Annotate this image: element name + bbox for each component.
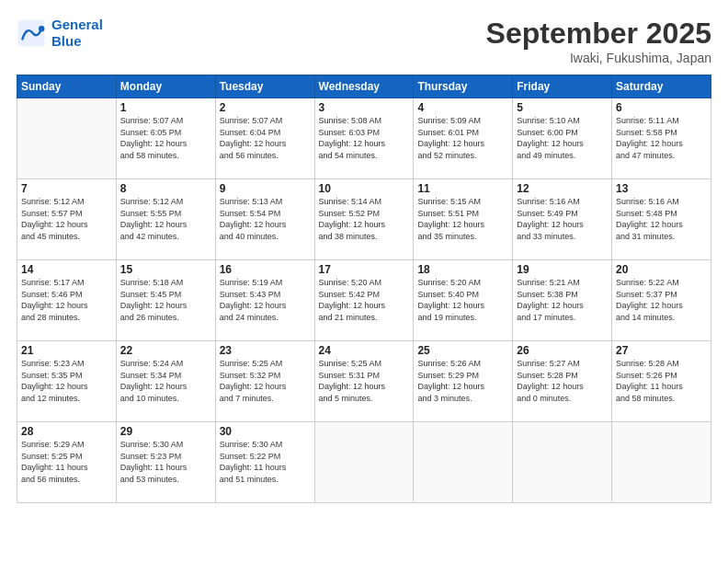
day-number: 2	[220, 101, 311, 114]
day-number: 22	[120, 344, 211, 357]
calendar-cell: 17Sunrise: 5:20 AM Sunset: 5:42 PM Dayli…	[314, 260, 414, 341]
day-info: Sunrise: 5:18 AM Sunset: 5:45 PM Dayligh…	[120, 277, 211, 323]
calendar-cell: 12Sunrise: 5:16 AM Sunset: 5:49 PM Dayli…	[513, 179, 612, 260]
day-number: 23	[220, 344, 311, 357]
week-row-1: 7Sunrise: 5:12 AM Sunset: 5:57 PM Daylig…	[17, 179, 711, 260]
header: General Blue September 2025 Iwaki, Fukus…	[17, 17, 711, 65]
weekday-header-saturday: Saturday	[612, 75, 711, 98]
calendar-cell: 13Sunrise: 5:16 AM Sunset: 5:48 PM Dayli…	[612, 179, 711, 260]
day-number: 8	[120, 182, 211, 195]
calendar-cell: 5Sunrise: 5:10 AM Sunset: 6:00 PM Daylig…	[513, 98, 612, 179]
week-row-3: 21Sunrise: 5:23 AM Sunset: 5:35 PM Dayli…	[17, 341, 711, 422]
day-number: 10	[319, 182, 410, 195]
day-info: Sunrise: 5:23 AM Sunset: 5:35 PM Dayligh…	[21, 358, 112, 404]
day-info: Sunrise: 5:12 AM Sunset: 5:57 PM Dayligh…	[21, 196, 112, 242]
calendar-cell: 7Sunrise: 5:12 AM Sunset: 5:57 PM Daylig…	[17, 179, 117, 260]
weekday-header-thursday: Thursday	[414, 75, 513, 98]
title-block: September 2025 Iwaki, Fukushima, Japan	[486, 17, 711, 65]
week-row-0: 1Sunrise: 5:07 AM Sunset: 6:05 PM Daylig…	[17, 98, 711, 179]
day-number: 24	[319, 344, 410, 357]
day-number: 28	[21, 425, 112, 438]
day-info: Sunrise: 5:19 AM Sunset: 5:43 PM Dayligh…	[220, 277, 311, 323]
calendar-cell: 1Sunrise: 5:07 AM Sunset: 6:05 PM Daylig…	[116, 98, 215, 179]
calendar-cell: 6Sunrise: 5:11 AM Sunset: 5:58 PM Daylig…	[612, 98, 711, 179]
calendar-cell: 18Sunrise: 5:20 AM Sunset: 5:40 PM Dayli…	[414, 260, 513, 341]
calendar-cell: 14Sunrise: 5:17 AM Sunset: 5:46 PM Dayli…	[17, 260, 117, 341]
day-number: 13	[616, 182, 707, 195]
weekday-header-monday: Monday	[116, 75, 215, 98]
day-info: Sunrise: 5:30 AM Sunset: 5:22 PM Dayligh…	[220, 439, 311, 485]
day-info: Sunrise: 5:27 AM Sunset: 5:28 PM Dayligh…	[517, 358, 608, 404]
day-number: 25	[417, 344, 508, 357]
calendar-cell	[513, 422, 612, 503]
day-info: Sunrise: 5:15 AM Sunset: 5:51 PM Dayligh…	[417, 196, 508, 242]
day-info: Sunrise: 5:21 AM Sunset: 5:38 PM Dayligh…	[517, 277, 608, 323]
week-row-2: 14Sunrise: 5:17 AM Sunset: 5:46 PM Dayli…	[17, 260, 711, 341]
weekday-header-friday: Friday	[513, 75, 612, 98]
day-number: 7	[21, 182, 112, 195]
weekday-header-wednesday: Wednesday	[314, 75, 414, 98]
logo-text: General Blue	[51, 17, 103, 50]
calendar-cell: 23Sunrise: 5:25 AM Sunset: 5:32 PM Dayli…	[215, 341, 314, 422]
day-number: 17	[319, 263, 410, 276]
page: General Blue September 2025 Iwaki, Fukus…	[0, 0, 728, 563]
day-number: 14	[21, 263, 112, 276]
svg-point-1	[39, 26, 44, 31]
day-number: 5	[517, 101, 608, 114]
weekday-header-tuesday: Tuesday	[215, 75, 314, 98]
day-number: 16	[220, 263, 311, 276]
calendar-cell: 16Sunrise: 5:19 AM Sunset: 5:43 PM Dayli…	[215, 260, 314, 341]
day-number: 30	[220, 425, 311, 438]
day-info: Sunrise: 5:10 AM Sunset: 6:00 PM Dayligh…	[517, 115, 608, 161]
calendar-cell: 3Sunrise: 5:08 AM Sunset: 6:03 PM Daylig…	[314, 98, 414, 179]
day-number: 26	[517, 344, 608, 357]
calendar-cell: 20Sunrise: 5:22 AM Sunset: 5:37 PM Dayli…	[612, 260, 711, 341]
day-info: Sunrise: 5:25 AM Sunset: 5:31 PM Dayligh…	[319, 358, 410, 404]
day-number: 6	[616, 101, 707, 114]
calendar-cell: 30Sunrise: 5:30 AM Sunset: 5:22 PM Dayli…	[215, 422, 314, 503]
day-number: 11	[417, 182, 508, 195]
day-info: Sunrise: 5:14 AM Sunset: 5:52 PM Dayligh…	[319, 196, 410, 242]
calendar-cell: 24Sunrise: 5:25 AM Sunset: 5:31 PM Dayli…	[314, 341, 414, 422]
calendar-cell: 9Sunrise: 5:13 AM Sunset: 5:54 PM Daylig…	[215, 179, 314, 260]
calendar-cell: 26Sunrise: 5:27 AM Sunset: 5:28 PM Dayli…	[513, 341, 612, 422]
weekday-header-sunday: Sunday	[17, 75, 117, 98]
day-info: Sunrise: 5:22 AM Sunset: 5:37 PM Dayligh…	[616, 277, 707, 323]
calendar-cell: 4Sunrise: 5:09 AM Sunset: 6:01 PM Daylig…	[414, 98, 513, 179]
day-info: Sunrise: 5:26 AM Sunset: 5:29 PM Dayligh…	[417, 358, 508, 404]
calendar-cell: 8Sunrise: 5:12 AM Sunset: 5:55 PM Daylig…	[116, 179, 215, 260]
day-info: Sunrise: 5:07 AM Sunset: 6:05 PM Dayligh…	[120, 115, 211, 161]
calendar-cell: 2Sunrise: 5:07 AM Sunset: 6:04 PM Daylig…	[215, 98, 314, 179]
svg-rect-0	[18, 20, 45, 47]
day-info: Sunrise: 5:16 AM Sunset: 5:48 PM Dayligh…	[616, 196, 707, 242]
day-info: Sunrise: 5:29 AM Sunset: 5:25 PM Dayligh…	[21, 439, 112, 485]
day-number: 18	[417, 263, 508, 276]
calendar-table: SundayMondayTuesdayWednesdayThursdayFrid…	[17, 75, 711, 503]
day-info: Sunrise: 5:25 AM Sunset: 5:32 PM Dayligh…	[220, 358, 311, 404]
calendar-cell: 21Sunrise: 5:23 AM Sunset: 5:35 PM Dayli…	[17, 341, 117, 422]
day-info: Sunrise: 5:28 AM Sunset: 5:26 PM Dayligh…	[616, 358, 707, 404]
day-info: Sunrise: 5:09 AM Sunset: 6:01 PM Dayligh…	[417, 115, 508, 161]
day-info: Sunrise: 5:13 AM Sunset: 5:54 PM Dayligh…	[220, 196, 311, 242]
logo: General Blue	[17, 17, 103, 50]
weekday-header-row: SundayMondayTuesdayWednesdayThursdayFrid…	[17, 75, 711, 98]
day-number: 4	[417, 101, 508, 114]
calendar-cell	[612, 422, 711, 503]
day-number: 21	[21, 344, 112, 357]
logo-icon	[17, 18, 46, 48]
day-info: Sunrise: 5:20 AM Sunset: 5:40 PM Dayligh…	[417, 277, 508, 323]
calendar-cell: 10Sunrise: 5:14 AM Sunset: 5:52 PM Dayli…	[314, 179, 414, 260]
month-title: September 2025	[486, 17, 711, 51]
day-info: Sunrise: 5:12 AM Sunset: 5:55 PM Dayligh…	[120, 196, 211, 242]
calendar-cell: 15Sunrise: 5:18 AM Sunset: 5:45 PM Dayli…	[116, 260, 215, 341]
day-info: Sunrise: 5:07 AM Sunset: 6:04 PM Dayligh…	[220, 115, 311, 161]
calendar-cell: 22Sunrise: 5:24 AM Sunset: 5:34 PM Dayli…	[116, 341, 215, 422]
day-info: Sunrise: 5:17 AM Sunset: 5:46 PM Dayligh…	[21, 277, 112, 323]
day-number: 3	[319, 101, 410, 114]
calendar-cell	[17, 98, 117, 179]
day-number: 29	[120, 425, 211, 438]
day-info: Sunrise: 5:08 AM Sunset: 6:03 PM Dayligh…	[319, 115, 410, 161]
calendar-cell: 29Sunrise: 5:30 AM Sunset: 5:23 PM Dayli…	[116, 422, 215, 503]
week-row-4: 28Sunrise: 5:29 AM Sunset: 5:25 PM Dayli…	[17, 422, 711, 503]
calendar-cell: 27Sunrise: 5:28 AM Sunset: 5:26 PM Dayli…	[612, 341, 711, 422]
